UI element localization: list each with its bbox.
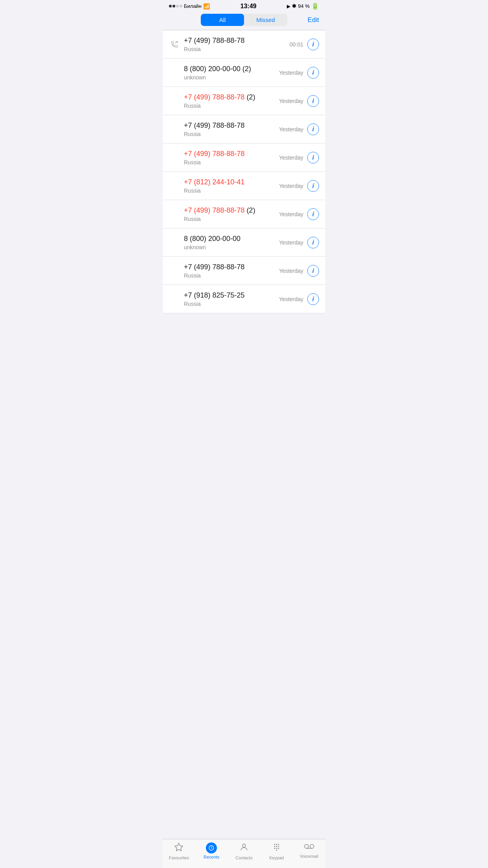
call-time: Yesterday: [279, 154, 303, 161]
bluetooth-icon: ✱: [292, 3, 296, 9]
call-right: Yesterdayi: [279, 152, 319, 164]
call-number: +7 (499) 788-88-78: [184, 149, 279, 158]
info-icon: i: [312, 296, 314, 302]
wifi-icon: 📶: [203, 3, 210, 9]
call-number: +7 (499) 788-88-78 (2): [184, 206, 279, 215]
call-time: Yesterday: [279, 98, 303, 104]
info-button[interactable]: i: [307, 180, 319, 192]
info-icon: i: [312, 268, 314, 274]
call-number: +7 (812) 244-10-41: [184, 178, 279, 187]
info-icon: i: [312, 126, 314, 132]
call-number: 8 (800) 200-00-00: [184, 234, 279, 243]
call-icon-area: [169, 40, 180, 48]
call-right: Yesterdayi: [279, 180, 319, 192]
signal-dot-2: [172, 5, 175, 7]
call-right: Yesterdayi: [279, 123, 319, 135]
call-time: Yesterday: [279, 126, 303, 132]
call-list-container: +7 (499) 788-88-78Russia00:01i8 (800) 20…: [163, 30, 325, 345]
call-subtitle: Russia: [184, 103, 279, 109]
call-details: +7 (499) 788-88-78 (2)Russia: [184, 93, 279, 109]
call-item[interactable]: +7 (499) 788-88-78 (2)RussiaYesterdayi: [163, 87, 325, 115]
outgoing-call-icon: [171, 40, 178, 48]
edit-button[interactable]: Edit: [308, 16, 319, 24]
call-details: +7 (499) 788-88-78Russia: [184, 263, 279, 279]
call-time: Yesterday: [279, 239, 303, 246]
info-button[interactable]: i: [307, 237, 319, 248]
info-button[interactable]: i: [307, 67, 319, 79]
info-button[interactable]: i: [307, 39, 319, 50]
call-subtitle: Russia: [184, 159, 279, 166]
call-number: +7 (499) 788-88-78: [184, 263, 279, 272]
call-details: +7 (812) 244-10-41Russia: [184, 178, 279, 194]
battery-text: 94 %: [298, 3, 310, 9]
call-right: Yesterdayi: [279, 95, 319, 107]
call-item[interactable]: +7 (499) 788-88-78Russia00:01i: [163, 30, 325, 59]
call-right: Yesterdayi: [279, 208, 319, 220]
info-button[interactable]: i: [307, 152, 319, 164]
call-right: Yesterdayi: [279, 293, 319, 305]
svg-line-0: [175, 41, 178, 43]
call-subtitle: unknown: [184, 244, 279, 250]
call-time: Yesterday: [279, 268, 303, 274]
battery-icon: 🔋: [311, 2, 319, 10]
info-icon: i: [312, 183, 314, 189]
call-subtitle: Russia: [184, 131, 279, 137]
call-time: Yesterday: [279, 296, 303, 302]
call-details: +7 (499) 788-88-78Russia: [184, 121, 279, 137]
call-details: +7 (918) 825-75-25Russia: [184, 291, 279, 307]
carrier-name: Билайн: [184, 3, 202, 9]
info-button[interactable]: i: [307, 265, 319, 277]
call-subtitle: Russia: [184, 272, 279, 279]
call-subtitle: Russia: [184, 216, 279, 222]
signal-dot-4: [180, 5, 182, 7]
call-details: +7 (499) 788-88-78Russia: [184, 36, 290, 52]
call-number: +7 (499) 788-88-78 (2): [184, 93, 279, 102]
call-item[interactable]: +7 (499) 788-88-78RussiaYesterdayi: [163, 115, 325, 143]
call-right: 00:01i: [290, 39, 319, 50]
call-subtitle: Russia: [184, 188, 279, 194]
call-number: +7 (499) 788-88-78: [184, 36, 290, 45]
call-time: Yesterday: [279, 183, 303, 189]
location-icon: ▶: [287, 4, 290, 9]
call-time: 00:01: [290, 41, 303, 48]
status-bar: Билайн 📶 13:49 ▶ ✱ 94 % 🔋: [163, 0, 325, 11]
call-item[interactable]: +7 (499) 788-88-78 (2)RussiaYesterdayi: [163, 200, 325, 228]
info-icon: i: [312, 211, 314, 217]
call-item[interactable]: 8 (800) 200-00-00 (2)unknownYesterdayi: [163, 59, 325, 87]
signal-dot-3: [176, 5, 179, 7]
call-number: +7 (918) 825-75-25: [184, 291, 279, 300]
call-time: Yesterday: [279, 70, 303, 76]
status-time: 13:49: [240, 3, 257, 10]
segment-missed-button[interactable]: Missed: [244, 14, 287, 26]
segment-all-button[interactable]: All: [201, 14, 244, 26]
call-number: 8 (800) 200-00-00 (2): [184, 64, 279, 74]
call-number: +7 (499) 788-88-78: [184, 121, 279, 130]
call-details: +7 (499) 788-88-78 (2)Russia: [184, 206, 279, 222]
call-item[interactable]: +7 (499) 788-88-78RussiaYesterdayi: [163, 143, 325, 172]
signal-dots: [169, 5, 182, 7]
call-time: Yesterday: [279, 211, 303, 217]
nav-bar: All Missed Edit: [163, 11, 325, 30]
info-button[interactable]: i: [307, 293, 319, 305]
call-right: Yesterdayi: [279, 237, 319, 248]
call-item[interactable]: +7 (499) 788-88-78RussiaYesterdayi: [163, 257, 325, 285]
info-button[interactable]: i: [307, 95, 319, 107]
call-details: 8 (800) 200-00-00 (2)unknown: [184, 64, 279, 81]
call-list: +7 (499) 788-88-78Russia00:01i8 (800) 20…: [163, 30, 325, 313]
info-icon: i: [312, 41, 314, 48]
call-item[interactable]: 8 (800) 200-00-00unknownYesterdayi: [163, 228, 325, 257]
info-icon: i: [312, 70, 314, 76]
info-button[interactable]: i: [307, 208, 319, 220]
call-item[interactable]: +7 (812) 244-10-41RussiaYesterdayi: [163, 172, 325, 200]
status-left: Билайн 📶: [169, 3, 210, 9]
call-details: 8 (800) 200-00-00unknown: [184, 234, 279, 250]
call-details: +7 (499) 788-88-78Russia: [184, 149, 279, 166]
call-subtitle: Russia: [184, 301, 279, 307]
info-icon: i: [312, 239, 314, 246]
segment-control: All Missed: [201, 14, 287, 26]
call-item[interactable]: +7 (918) 825-75-25RussiaYesterdayi: [163, 285, 325, 313]
signal-dot-1: [169, 5, 172, 7]
call-right: Yesterdayi: [279, 265, 319, 277]
info-button[interactable]: i: [307, 123, 319, 135]
status-right: ▶ ✱ 94 % 🔋: [287, 2, 319, 10]
